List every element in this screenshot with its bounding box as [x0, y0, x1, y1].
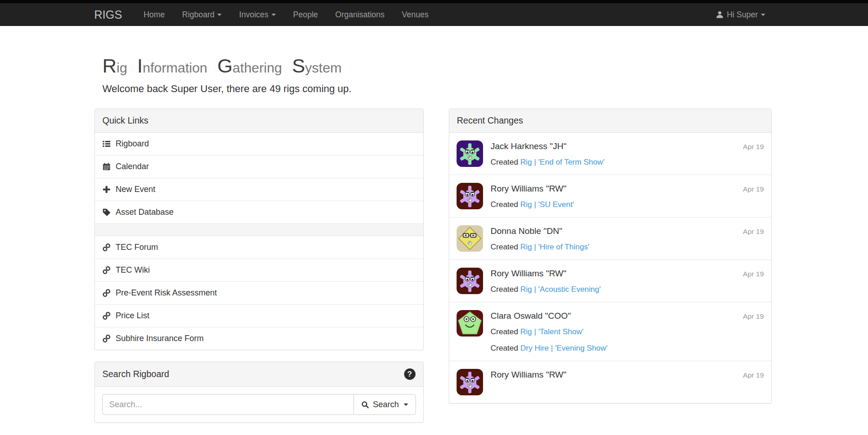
person-name: Clara Oswald "COO"	[491, 311, 571, 321]
avatar	[457, 369, 483, 395]
change-link[interactable]: Rig | 'Acoustic Evening'	[520, 285, 601, 294]
quick-link-calendar[interactable]: Calendar	[95, 155, 423, 178]
recent-change-row: Donna Noble "DN" Apr 19 Created Rig | 'H…	[449, 217, 771, 259]
question-circle-icon[interactable]: ?	[404, 368, 416, 380]
change-date: Apr 19	[743, 143, 764, 151]
person-name: Rory Williams "RW"	[491, 370, 567, 380]
link-icon	[102, 311, 111, 320]
avatar	[457, 268, 483, 294]
person-name: Rory Williams "RW"	[491, 269, 567, 279]
nav-item-home[interactable]: Home	[135, 3, 174, 26]
user-icon	[716, 10, 724, 19]
recent-change-row: Rory Williams "RW" Apr 19 Created Rig | …	[449, 259, 771, 302]
change-link[interactable]: Rig | 'SU Event'	[520, 200, 574, 209]
nav-item-venues[interactable]: Venues	[393, 3, 437, 26]
change-link[interactable]: Rig | 'Hire of Things'	[520, 243, 589, 251]
avatar	[457, 183, 483, 209]
search-button[interactable]: Search	[353, 394, 416, 415]
welcome-message: Welcome back Super User, there are 49 ri…	[103, 83, 774, 95]
page-title: Rig Information Gathering System	[103, 56, 774, 76]
chevron-down-icon	[271, 14, 276, 16]
change-date: Apr 19	[743, 185, 764, 193]
brand-logo[interactable]: RIGS	[94, 8, 135, 21]
link-icon	[102, 266, 111, 274]
change-link[interactable]: Rig | 'Talent Show'	[520, 327, 583, 336]
recent-changes-panel: Recent Changes Jack Harkness "JH" Apr 19	[449, 109, 772, 404]
nav-item-organisations[interactable]: Organisations	[327, 3, 393, 26]
change-link[interactable]: Rig | 'End of Term Show'	[520, 158, 604, 166]
link-icon	[102, 289, 111, 297]
quick-link-subhire-insurance-form[interactable]: Subhire Insurance Form	[95, 327, 423, 350]
recent-change-row: Jack Harkness "JH" Apr 19 Created Rig | …	[449, 133, 771, 175]
quick-link-new-event[interactable]: New Event	[95, 178, 423, 201]
nav-item-people[interactable]: People	[285, 3, 327, 26]
search-rigboard-heading: Search Rigboard ?	[95, 362, 423, 387]
quick-link-tec-forum[interactable]: TEC Forum	[95, 236, 423, 259]
quick-link-pre-event-risk-assessment[interactable]: Pre-Event Risk Assessment	[95, 281, 423, 304]
chevron-down-icon	[217, 14, 222, 16]
avatar	[457, 225, 483, 252]
plus-icon	[102, 185, 111, 194]
nav-item-rigboard[interactable]: Rigboard	[173, 3, 230, 26]
avatar	[457, 310, 483, 337]
search-icon	[361, 401, 369, 409]
recent-change-row: Clara Oswald "COO" Apr 19 Created Rig | …	[449, 302, 771, 361]
calendar-icon	[102, 162, 111, 171]
change-link[interactable]: Dry Hire | 'Evening Show'	[520, 344, 608, 352]
quick-link-asset-database[interactable]: Asset Database	[95, 201, 423, 223]
tag-icon	[102, 208, 111, 217]
quick-link-tec-wiki[interactable]: TEC Wiki	[95, 259, 423, 281]
quick-link-price-list[interactable]: Price List	[95, 304, 423, 327]
change-date: Apr 19	[743, 312, 764, 321]
avatar	[457, 140, 483, 167]
quick-links-separator	[95, 223, 423, 236]
recent-change-row: Rory Williams "RW" Apr 19	[449, 361, 771, 403]
change-date: Apr 19	[743, 371, 764, 379]
list-icon	[102, 140, 111, 148]
chevron-down-icon	[404, 404, 408, 406]
change-date: Apr 19	[743, 270, 764, 278]
link-icon	[102, 243, 111, 252]
recent-change-row: Rory Williams "RW" Apr 19 Created Rig | …	[449, 175, 771, 217]
quick-links-panel: Quick Links Rigboard Calendar	[94, 109, 424, 350]
nav-item-invoices[interactable]: Invoices	[230, 3, 284, 26]
search-rigboard-panel: Search Rigboard ? Search	[94, 362, 424, 423]
recent-changes-heading: Recent Changes	[449, 109, 771, 133]
user-menu[interactable]: Hi Super	[707, 3, 774, 26]
navbar: RIGS Home Rigboard Invoices People Organ…	[0, 3, 868, 26]
person-name: Rory Williams "RW"	[491, 184, 567, 194]
person-name: Jack Harkness "JH"	[491, 141, 567, 151]
change-date: Apr 19	[743, 228, 764, 236]
person-name: Donna Noble "DN"	[491, 226, 562, 236]
link-icon	[102, 334, 111, 343]
quick-link-rigboard[interactable]: Rigboard	[95, 133, 423, 155]
window-top-edge	[0, 0, 868, 3]
search-input[interactable]	[102, 394, 354, 415]
chevron-down-icon	[761, 14, 765, 16]
quick-links-heading: Quick Links	[95, 109, 423, 133]
